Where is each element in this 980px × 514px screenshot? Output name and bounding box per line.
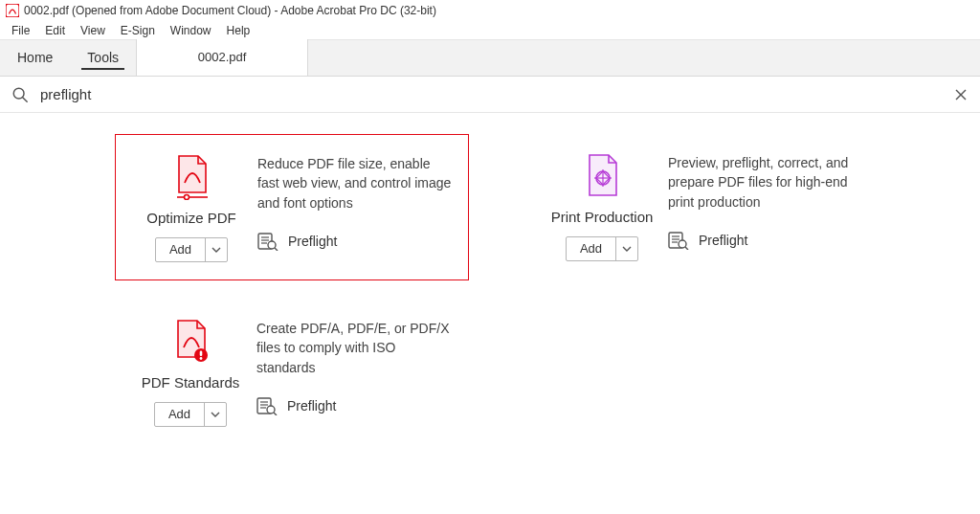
card-optimize-pdf-wrap: Optimize PDF Add Reduce PDF file size, e… bbox=[115, 134, 469, 280]
preflight-icon bbox=[668, 231, 689, 250]
svg-rect-23 bbox=[200, 351, 203, 357]
add-label: Add bbox=[156, 238, 206, 261]
print-add-button[interactable]: Add bbox=[566, 236, 638, 261]
menu-esign[interactable]: E-Sign bbox=[113, 22, 163, 39]
svg-rect-0 bbox=[6, 4, 19, 17]
preflight-icon bbox=[256, 396, 278, 415]
menubar: File Edit View E-Sign Window Help bbox=[0, 21, 980, 40]
titlebar: 0002.pdf (Opened from Adobe Document Clo… bbox=[0, 0, 980, 21]
optimize-pdf-title: Optimize PDF bbox=[146, 210, 235, 226]
chevron-down-icon[interactable] bbox=[616, 237, 637, 260]
standards-description: Create PDF/A, PDF/E, or PDF/X files to c… bbox=[256, 319, 456, 377]
print-preflight-link[interactable]: Preflight bbox=[668, 231, 867, 250]
tools-content: Optimize PDF Add Reduce PDF file size, e… bbox=[0, 113, 980, 463]
search-input[interactable] bbox=[38, 85, 953, 103]
window-title: 0002.pdf (Opened from Adobe Document Clo… bbox=[24, 4, 436, 17]
menu-window[interactable]: Window bbox=[163, 22, 219, 39]
tab-home[interactable]: Home bbox=[0, 39, 70, 76]
print-production-icon bbox=[582, 153, 622, 199]
card-print-production: Print Production Add Preview, preflight,… bbox=[526, 134, 880, 279]
tab-tools[interactable]: Tools bbox=[70, 39, 136, 76]
svg-point-6 bbox=[185, 195, 189, 200]
card-print-production-wrap: Print Production Add Preview, preflight,… bbox=[526, 134, 880, 280]
add-label: Add bbox=[567, 237, 616, 260]
svg-line-2 bbox=[23, 97, 28, 101]
tab-document[interactable]: 0002.pdf bbox=[136, 39, 308, 76]
pdf-standards-title: PDF Standards bbox=[142, 374, 240, 391]
card-pdf-standards: PDF Standards Add Create PDF/A, PDF/E, o… bbox=[115, 300, 469, 444]
svg-line-12 bbox=[275, 248, 278, 251]
svg-point-29 bbox=[267, 406, 275, 413]
standards-add-button[interactable]: Add bbox=[154, 402, 227, 427]
menu-view[interactable]: View bbox=[73, 22, 113, 39]
menu-edit[interactable]: Edit bbox=[37, 22, 73, 39]
preflight-label: Preflight bbox=[699, 233, 747, 248]
print-production-title: Print Production bbox=[551, 209, 654, 225]
clear-search-icon[interactable] bbox=[953, 87, 969, 102]
card-pdf-standards-wrap: PDF Standards Add Create PDF/A, PDF/E, o… bbox=[115, 300, 469, 444]
tabbar: Home Tools 0002.pdf bbox=[0, 40, 980, 77]
optimize-add-button[interactable]: Add bbox=[155, 237, 228, 262]
standards-preflight-link[interactable]: Preflight bbox=[256, 396, 456, 415]
preflight-label: Preflight bbox=[287, 398, 336, 413]
preflight-icon bbox=[257, 232, 278, 251]
chevron-down-icon[interactable] bbox=[205, 403, 226, 426]
print-description: Preview, preflight, correct, and prepare… bbox=[668, 153, 867, 212]
card-optimize-pdf: Optimize PDF Add Reduce PDF file size, e… bbox=[115, 134, 469, 280]
optimize-preflight-link[interactable]: Preflight bbox=[257, 232, 455, 251]
svg-line-21 bbox=[685, 247, 688, 250]
svg-point-11 bbox=[268, 241, 276, 249]
chevron-down-icon[interactable] bbox=[206, 238, 227, 261]
menu-help[interactable]: Help bbox=[219, 22, 258, 39]
preflight-label: Preflight bbox=[288, 234, 337, 249]
svg-line-30 bbox=[274, 413, 277, 415]
svg-point-20 bbox=[679, 240, 686, 248]
optimize-description: Reduce PDF file size, enable fast web vi… bbox=[257, 154, 455, 212]
optimize-pdf-icon bbox=[171, 154, 212, 200]
add-label: Add bbox=[155, 403, 205, 426]
menu-file[interactable]: File bbox=[4, 22, 37, 39]
pdf-standards-icon bbox=[170, 319, 211, 365]
acrobat-app-icon bbox=[6, 4, 19, 17]
svg-point-24 bbox=[200, 357, 203, 360]
search-icon bbox=[11, 86, 29, 103]
search-row bbox=[0, 77, 980, 113]
